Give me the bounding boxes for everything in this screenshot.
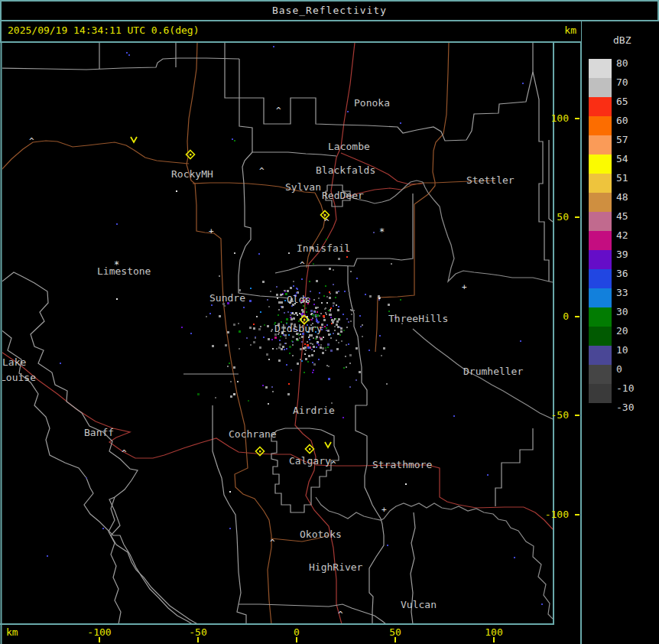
color-scale-label: 54 [616, 153, 628, 164]
echo-dot [346, 256, 348, 258]
boundary-line [109, 497, 121, 624]
echo-dot [345, 356, 346, 357]
echo-dot [313, 350, 315, 352]
window-title: Base_Reflectivity [0, 0, 659, 21]
echo-dot [319, 315, 320, 317]
echo-dot [340, 327, 342, 330]
town-dot-icon [405, 483, 407, 485]
echo-dot [362, 324, 363, 326]
echo-dot [273, 46, 274, 47]
echo-dot [307, 344, 309, 346]
echo-dot [267, 325, 269, 327]
boundary-line [348, 266, 367, 405]
echo-dot [250, 344, 252, 346]
echo-dot [312, 317, 313, 319]
echo-dot [323, 337, 324, 338]
echo-dot [326, 365, 328, 366]
color-scale-label: -10 [616, 382, 634, 394]
right-axis-tick-label: 100 [551, 112, 569, 124]
echo-dot [346, 318, 348, 320]
echo-dot [327, 330, 330, 332]
echo-dot [268, 306, 270, 307]
echo-dot [400, 299, 401, 301]
boundary-line [239, 604, 386, 624]
echo-dot [258, 253, 260, 255]
echo-dot [234, 252, 235, 254]
echo-dot [328, 366, 330, 367]
color-scale-label: 42 [616, 229, 628, 241]
echo-dot [253, 341, 255, 343]
echo-dot [326, 327, 327, 329]
echo-dot [227, 331, 229, 333]
echo-dot [270, 291, 271, 292]
echo-dot [60, 363, 61, 364]
color-scale-block [589, 135, 612, 154]
echo-dot [288, 252, 290, 254]
echo-dot [317, 307, 319, 308]
echo-dot [337, 333, 339, 335]
echo-dot [320, 346, 322, 349]
echo-dot [281, 301, 283, 304]
radar-map-canvas[interactable]: ^^^^^^^^^**+++PonokaLacombeBlackfaldsSyl… [0, 0, 659, 644]
echo-dot [520, 340, 521, 342]
color-scale-block [589, 116, 612, 135]
echo-dot [317, 314, 319, 317]
place-label-banff: Banff [84, 427, 114, 438]
echo-dot [102, 528, 104, 529]
right-axis-tick-label: -50 [551, 409, 569, 421]
place-label-threehills: ThreeHills [388, 313, 448, 324]
echo-dot [336, 320, 339, 323]
right-axis-tick-label: 0 [563, 311, 569, 322]
echo-dot [343, 367, 345, 369]
echo-dot [313, 369, 314, 371]
color-scale-label: 70 [616, 76, 628, 88]
echo-dot [326, 324, 328, 326]
echo-dot [292, 336, 294, 338]
echo-dot [267, 299, 268, 301]
echo-dot [278, 301, 281, 304]
color-scale-label: 57 [616, 134, 628, 145]
echo-dot [322, 347, 324, 350]
bottom-axis: km-100-50050100 [6, 626, 503, 643]
echo-dot [301, 309, 304, 311]
echo-dot [263, 337, 265, 338]
bottom-axis-tick-label: 100 [485, 626, 502, 638]
echo-dot [332, 321, 334, 324]
echo-dot [329, 268, 331, 270]
echo-dot [313, 311, 315, 313]
echo-dot [336, 304, 337, 306]
boundary-line [336, 43, 533, 141]
echo-dot [276, 294, 278, 296]
echo-dot [271, 339, 273, 340]
echo-dot [295, 312, 297, 314]
place-label-lake: Lake [2, 356, 26, 368]
echo-dot [297, 314, 298, 316]
echo-dot [233, 366, 235, 369]
echo-dot [312, 372, 313, 373]
echo-dot [326, 296, 328, 298]
echo-dot [355, 379, 357, 381]
echo-dot [333, 302, 335, 304]
echo-dot [283, 334, 284, 336]
echo-dot [322, 352, 324, 354]
plus-marker-icon: + [462, 282, 467, 292]
map-layers: ^^^^^^^^^**+++PonokaLacombeBlackfaldsSyl… [0, 43, 553, 626]
echo-dot [285, 343, 287, 344]
echo-dot [249, 327, 252, 329]
echo-dot [338, 342, 339, 343]
echo-dot [197, 393, 200, 395]
echo-dot [333, 333, 334, 334]
echo-dot [281, 306, 284, 308]
echo-dot [522, 83, 524, 84]
echo-dot [227, 366, 229, 367]
echo-dot [386, 383, 388, 385]
echo-dot [293, 285, 294, 287]
place-label-airdrie: Airdrie [293, 405, 335, 416]
echo-dot [305, 307, 307, 309]
boundary-line [0, 272, 200, 626]
echo-dot [293, 317, 295, 320]
echo-dot [325, 285, 326, 287]
summit-caret-icon: ^ [276, 106, 281, 115]
echo-dot [259, 346, 261, 349]
echo-dot [330, 307, 332, 309]
